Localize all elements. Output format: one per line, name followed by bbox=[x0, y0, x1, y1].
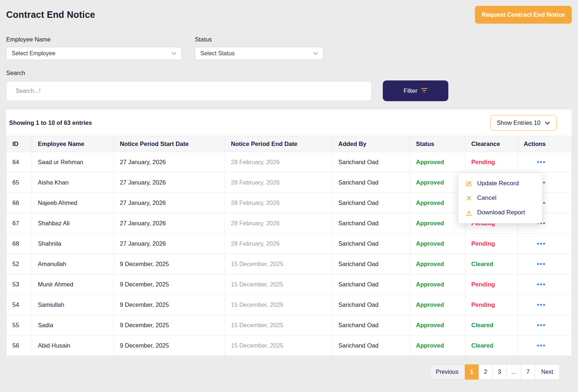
page-button-3[interactable]: 3 bbox=[492, 364, 507, 380]
x-icon bbox=[465, 195, 472, 201]
cell-status: Approved bbox=[410, 254, 465, 274]
cell-status: Approved bbox=[410, 274, 465, 295]
cell-clearance: Pending bbox=[465, 295, 518, 315]
employee-filter: Employee Name Select Employee bbox=[6, 36, 182, 60]
cell-status: Approved bbox=[410, 295, 465, 315]
cell-added-by: Sarichand Oad bbox=[333, 234, 410, 254]
cell-start-date: 27 January, 2026 bbox=[114, 152, 225, 173]
cell-end-date: 15 December, 2025 bbox=[225, 295, 333, 315]
chevron-down-icon bbox=[313, 52, 318, 55]
page-button-7[interactable]: 7 bbox=[521, 364, 535, 380]
table-row: 55Sadia9 December, 202515 December, 2025… bbox=[7, 315, 572, 336]
menu-item-cancel[interactable]: Cancel bbox=[459, 191, 542, 205]
cell-end-date: 15 December, 2025 bbox=[225, 254, 333, 274]
cell-actions: ••• bbox=[518, 152, 572, 173]
cell-end-date: 28 February, 2026 bbox=[225, 152, 333, 173]
entries-summary: Showing 1 to 10 of 63 entries bbox=[9, 119, 92, 126]
cell-status: Approved bbox=[410, 213, 465, 234]
table-card: Showing 1 to 10 of 63 entries Show Entri… bbox=[6, 110, 572, 356]
menu-item-label: Cancel bbox=[477, 194, 496, 202]
table-toolbar: Showing 1 to 10 of 63 entries Show Entri… bbox=[6, 110, 572, 136]
column-header: Clearance bbox=[465, 136, 518, 152]
cell-id: 55 bbox=[7, 315, 32, 336]
row-actions-ellipsis-icon[interactable]: ••• bbox=[524, 158, 546, 166]
cell-start-date: 9 December, 2025 bbox=[114, 315, 225, 336]
show-entries-label: Show Entries 10 bbox=[497, 119, 540, 126]
cell-id: 65 bbox=[7, 173, 32, 193]
status-select-value: Select Status bbox=[200, 50, 235, 57]
cell-end-date: 28 February, 2026 bbox=[225, 193, 333, 213]
cell-employee-name: Shahnila bbox=[32, 234, 114, 254]
table-row: 54Samiullah9 December, 202515 December, … bbox=[7, 295, 572, 315]
next-page-button[interactable]: Next bbox=[535, 364, 560, 380]
search-input[interactable] bbox=[6, 81, 371, 101]
cell-actions: ••• bbox=[518, 336, 572, 356]
cell-id: 66 bbox=[7, 193, 32, 213]
contract-notice-table: IDEmployee NameNotice Period Start DateN… bbox=[6, 136, 572, 356]
cell-actions: ••• bbox=[518, 274, 572, 295]
pagination: Previous 123...7 Next bbox=[6, 364, 572, 380]
row-actions-ellipsis-icon[interactable]: ••• bbox=[524, 240, 546, 247]
filter-button[interactable]: Filter bbox=[383, 80, 448, 101]
cell-employee-name: Najeeb Ahmed bbox=[32, 193, 114, 213]
column-header: Notice Period Start Date bbox=[114, 136, 225, 152]
cell-status: Approved bbox=[410, 152, 465, 173]
row-actions-ellipsis-icon[interactable]: ••• bbox=[524, 321, 546, 329]
table-row: 64Saad ur Rehman27 January, 202628 Febru… bbox=[7, 152, 572, 173]
page-button-1[interactable]: 1 bbox=[465, 364, 479, 380]
cell-id: 54 bbox=[7, 295, 32, 315]
download-icon bbox=[465, 209, 472, 216]
cell-added-by: Sarichand Oad bbox=[333, 295, 410, 315]
column-header: Added By bbox=[333, 136, 410, 152]
cell-start-date: 9 December, 2025 bbox=[114, 336, 225, 356]
cell-employee-name: Samiullah bbox=[32, 295, 114, 315]
cell-added-by: Sarichand Oad bbox=[333, 274, 410, 295]
cell-id: 67 bbox=[7, 213, 32, 234]
row-actions-ellipsis-icon[interactable]: ••• bbox=[524, 281, 546, 288]
cell-employee-name: Amanullah bbox=[32, 254, 114, 274]
page-button-2[interactable]: 2 bbox=[479, 364, 493, 380]
cell-employee-name: Munir Ahmed bbox=[32, 274, 114, 295]
previous-page-button[interactable]: Previous bbox=[429, 364, 465, 380]
menu-item-update-record[interactable]: Update Record bbox=[459, 176, 542, 191]
edit-icon bbox=[465, 180, 472, 187]
employee-select[interactable]: Select Employee bbox=[6, 47, 182, 60]
employee-select-value: Select Employee bbox=[12, 50, 55, 57]
cell-actions: ••• bbox=[518, 315, 572, 336]
status-label: Status bbox=[195, 36, 323, 43]
cell-clearance: Cleared bbox=[465, 254, 518, 274]
column-header: Notice Period End Date bbox=[225, 136, 333, 152]
menu-item-label: Update Record bbox=[477, 180, 519, 187]
cell-clearance: Pending bbox=[465, 152, 518, 173]
request-contract-end-notice-button[interactable]: Request Contract End Notice bbox=[475, 6, 572, 24]
cell-id: 56 bbox=[7, 336, 32, 356]
chevron-down-icon bbox=[545, 119, 550, 126]
cell-end-date: 28 February, 2026 bbox=[225, 234, 333, 254]
cell-end-date: 28 February, 2026 bbox=[225, 213, 333, 234]
show-entries-select[interactable]: Show Entries 10 bbox=[490, 115, 557, 131]
cell-added-by: Sarichand Oad bbox=[333, 254, 410, 274]
row-actions-ellipsis-icon[interactable]: ••• bbox=[524, 260, 546, 268]
row-actions-menu: Update RecordCancelDownload Report bbox=[458, 173, 542, 223]
row-actions-ellipsis-icon[interactable]: ••• bbox=[524, 301, 546, 308]
cell-id: 53 bbox=[7, 274, 32, 295]
cell-end-date: 15 December, 2025 bbox=[225, 274, 333, 295]
table-row: 56Abid Husain9 December, 202515 December… bbox=[7, 336, 572, 356]
filter-button-label: Filter bbox=[404, 87, 417, 95]
row-actions-ellipsis-icon[interactable]: ••• bbox=[524, 342, 546, 349]
cell-employee-name: Shahbaz Ali bbox=[32, 213, 114, 234]
status-select[interactable]: Select Status bbox=[195, 47, 323, 60]
cell-start-date: 9 December, 2025 bbox=[114, 254, 225, 274]
cell-clearance: Cleared bbox=[465, 336, 518, 356]
employee-name-label: Employee Name bbox=[6, 36, 182, 43]
search-row: Filter bbox=[6, 80, 572, 101]
menu-item-download-report[interactable]: Download Report bbox=[459, 205, 542, 220]
cell-added-by: Sarichand Oad bbox=[333, 336, 410, 356]
cell-start-date: 27 January, 2026 bbox=[114, 193, 225, 213]
cell-employee-name: Abid Husain bbox=[32, 336, 114, 356]
cell-actions: ••• bbox=[518, 254, 572, 274]
cell-start-date: 27 January, 2026 bbox=[114, 173, 225, 193]
page-buttons: 123...7 bbox=[465, 364, 535, 380]
cell-clearance: Pending bbox=[465, 234, 518, 254]
cell-clearance: Cleared bbox=[465, 315, 518, 336]
